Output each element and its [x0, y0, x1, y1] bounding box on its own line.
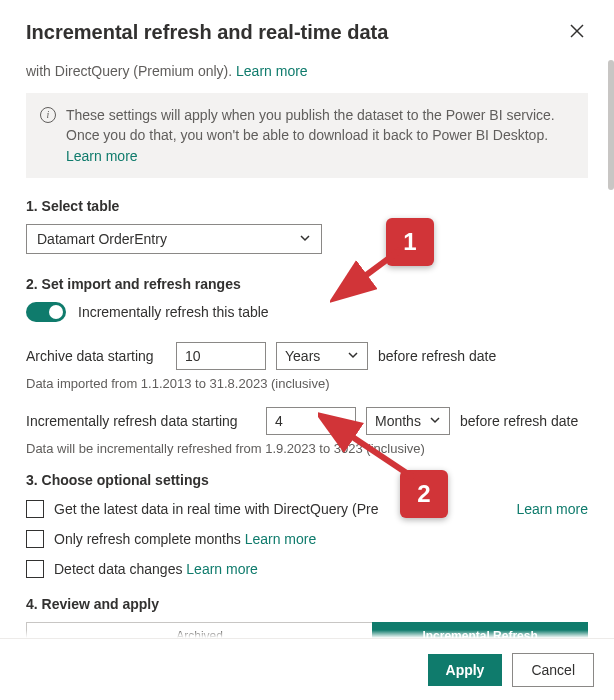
annotation-callout-2: 2 — [400, 470, 448, 518]
incremental-value: 4 — [275, 413, 283, 429]
chevron-down-icon — [299, 231, 311, 247]
info-text: These settings will apply when you publi… — [66, 107, 555, 143]
incremental-label: Incrementally refresh data starting — [26, 413, 256, 429]
close-button[interactable] — [566, 20, 588, 45]
option-detect-changes-checkbox[interactable] — [26, 560, 44, 578]
archive-label: Archive data starting — [26, 348, 166, 364]
toggle-row: Incrementally refresh this table — [26, 302, 588, 322]
dialog-footer: Apply Cancel — [0, 638, 614, 700]
section-1-heading: 1. Select table — [26, 198, 588, 214]
table-select-value: Datamart OrderEntry — [37, 231, 167, 247]
section-2-heading: 2. Set import and refresh ranges — [26, 276, 588, 292]
intro-text: with DirectQuery (Premium only). Learn m… — [26, 63, 588, 79]
option-complete-months-label: Only refresh complete months Learn more — [54, 531, 316, 547]
toggle-knob — [49, 305, 63, 319]
cancel-button[interactable]: Cancel — [512, 653, 594, 687]
incremental-row: Incrementally refresh data starting 4 Mo… — [26, 407, 588, 435]
archive-value: 10 — [185, 348, 201, 364]
toggle-label: Incrementally refresh this table — [78, 304, 269, 320]
fade-overlay — [26, 630, 588, 638]
incremental-hint-post: 023 (inclusive) — [341, 441, 425, 456]
scrollbar[interactable] — [608, 60, 614, 190]
option-complete-months-checkbox[interactable] — [26, 530, 44, 548]
incremental-toggle[interactable] — [26, 302, 66, 322]
info-icon: i — [40, 107, 56, 123]
annotation-callout-1: 1 — [386, 218, 434, 266]
dialog-header: Incremental refresh and real-time data — [26, 20, 588, 45]
archive-hint: Data imported from 1.1.2013 to 31.8.2023… — [26, 376, 588, 391]
option-directquery-label: Get the latest data in real time with Di… — [54, 501, 378, 517]
table-select[interactable]: Datamart OrderEntry — [26, 224, 322, 254]
option-detect-changes-label: Detect data changes Learn more — [54, 561, 258, 577]
option-directquery-checkbox[interactable] — [26, 500, 44, 518]
archive-after-text: before refresh date — [378, 348, 496, 364]
option-detect-changes-row: Detect data changes Learn more — [26, 560, 588, 578]
incremental-value-input[interactable]: 4 — [266, 407, 356, 435]
archive-unit-select[interactable]: Years — [276, 342, 368, 370]
archive-row: Archive data starting 10 Years before re… — [26, 342, 588, 370]
option-complete-months-learn-more[interactable]: Learn more — [245, 531, 317, 547]
chevron-down-icon — [347, 348, 359, 364]
archive-unit-value: Years — [285, 348, 320, 364]
close-icon — [570, 25, 584, 41]
chevron-down-icon — [429, 413, 441, 429]
option-detect-changes-learn-more[interactable]: Learn more — [186, 561, 258, 577]
apply-button[interactable]: Apply — [428, 654, 503, 686]
intro-learn-more-link[interactable]: Learn more — [236, 63, 308, 79]
incremental-hint: Data will be incrementally refreshed fro… — [26, 441, 588, 456]
option-directquery-row: Get the latest data in real time with Di… — [26, 500, 588, 518]
option-directquery-learn-more[interactable]: Learn more — [516, 501, 588, 517]
option-complete-months-row: Only refresh complete months Learn more — [26, 530, 588, 548]
section-4-heading: 4. Review and apply — [26, 596, 588, 612]
info-learn-more-link[interactable]: Learn more — [66, 148, 138, 164]
incremental-after-text: before refresh date — [460, 413, 578, 429]
dialog-body: Incremental refresh and real-time data w… — [0, 0, 614, 638]
incremental-hint-pre: Data will be incrementally refreshed fro… — [26, 441, 341, 456]
section-3-heading: 3. Choose optional settings — [26, 472, 588, 488]
info-banner: i These settings will apply when you pub… — [26, 93, 588, 178]
incremental-unit-select[interactable]: Months — [366, 407, 450, 435]
dialog-title: Incremental refresh and real-time data — [26, 21, 388, 44]
intro-prefix: with DirectQuery (Premium only). — [26, 63, 236, 79]
incremental-unit-value: Months — [375, 413, 421, 429]
archive-value-input[interactable]: 10 — [176, 342, 266, 370]
